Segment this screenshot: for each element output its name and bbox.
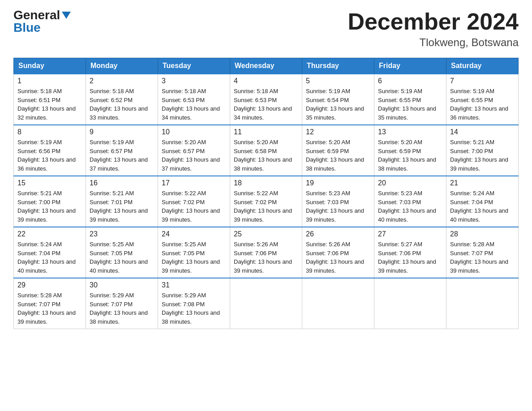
day-number: 15 bbox=[17, 179, 82, 187]
calendar-day-cell: 19 Sunrise: 5:23 AM Sunset: 7:03 PM Dayl… bbox=[302, 176, 374, 227]
logo: General Blue bbox=[13, 9, 71, 34]
calendar-day-cell: 12 Sunrise: 5:20 AM Sunset: 6:59 PM Dayl… bbox=[302, 125, 374, 176]
calendar-day-cell: 31 Sunrise: 5:29 AM Sunset: 7:08 PM Dayl… bbox=[158, 278, 230, 329]
day-info: Sunrise: 5:23 AM Sunset: 7:03 PM Dayligh… bbox=[378, 189, 442, 224]
day-info: Sunrise: 5:19 AM Sunset: 6:57 PM Dayligh… bbox=[90, 138, 154, 173]
page-header: General Blue December 2024 Tlokweng, Bot… bbox=[13, 9, 519, 49]
calendar-table: SundayMondayTuesdayWednesdayThursdayFrid… bbox=[13, 58, 519, 329]
calendar-day-cell: 2 Sunrise: 5:18 AM Sunset: 6:52 PM Dayli… bbox=[86, 74, 158, 125]
day-info: Sunrise: 5:18 AM Sunset: 6:53 PM Dayligh… bbox=[234, 87, 298, 122]
day-info: Sunrise: 5:21 AM Sunset: 7:01 PM Dayligh… bbox=[90, 189, 154, 224]
day-number: 17 bbox=[162, 179, 226, 187]
calendar-day-cell: 1 Sunrise: 5:18 AM Sunset: 6:51 PM Dayli… bbox=[14, 74, 86, 125]
calendar-day-cell: 11 Sunrise: 5:20 AM Sunset: 6:58 PM Dayl… bbox=[230, 125, 302, 176]
day-of-week-header: Sunday bbox=[14, 58, 86, 74]
day-info: Sunrise: 5:22 AM Sunset: 7:02 PM Dayligh… bbox=[234, 189, 298, 224]
day-number: 1 bbox=[17, 77, 82, 85]
calendar-day-cell: 9 Sunrise: 5:19 AM Sunset: 6:57 PM Dayli… bbox=[86, 125, 158, 176]
day-of-week-header: Monday bbox=[86, 58, 158, 74]
day-number: 25 bbox=[234, 230, 298, 238]
day-number: 23 bbox=[90, 230, 154, 238]
day-number: 16 bbox=[90, 179, 154, 187]
day-info: Sunrise: 5:21 AM Sunset: 7:00 PM Dayligh… bbox=[17, 189, 82, 224]
month-title: December 2024 bbox=[348, 9, 519, 34]
calendar-day-cell: 5 Sunrise: 5:19 AM Sunset: 6:54 PM Dayli… bbox=[302, 74, 374, 125]
day-number: 19 bbox=[306, 179, 370, 187]
calendar-day-cell bbox=[374, 278, 446, 329]
calendar-day-cell bbox=[230, 278, 302, 329]
day-info: Sunrise: 5:28 AM Sunset: 7:07 PM Dayligh… bbox=[450, 240, 515, 275]
calendar-week-row: 1 Sunrise: 5:18 AM Sunset: 6:51 PM Dayli… bbox=[14, 74, 519, 125]
day-number: 20 bbox=[378, 179, 442, 187]
day-info: Sunrise: 5:20 AM Sunset: 6:57 PM Dayligh… bbox=[162, 138, 226, 173]
day-info: Sunrise: 5:20 AM Sunset: 6:58 PM Dayligh… bbox=[234, 138, 298, 173]
day-info: Sunrise: 5:24 AM Sunset: 7:04 PM Dayligh… bbox=[450, 189, 515, 224]
day-number: 13 bbox=[378, 128, 442, 136]
calendar-day-cell: 26 Sunrise: 5:26 AM Sunset: 7:06 PM Dayl… bbox=[302, 227, 374, 278]
calendar-day-cell: 10 Sunrise: 5:20 AM Sunset: 6:57 PM Dayl… bbox=[158, 125, 230, 176]
day-info: Sunrise: 5:29 AM Sunset: 7:08 PM Dayligh… bbox=[162, 291, 226, 326]
day-info: Sunrise: 5:18 AM Sunset: 6:51 PM Dayligh… bbox=[17, 87, 82, 122]
day-info: Sunrise: 5:22 AM Sunset: 7:02 PM Dayligh… bbox=[162, 189, 226, 224]
day-number: 2 bbox=[90, 77, 154, 85]
calendar-day-cell: 3 Sunrise: 5:18 AM Sunset: 6:53 PM Dayli… bbox=[158, 74, 230, 125]
day-number: 5 bbox=[306, 77, 370, 85]
day-info: Sunrise: 5:20 AM Sunset: 6:59 PM Dayligh… bbox=[378, 138, 442, 173]
day-number: 27 bbox=[378, 230, 442, 238]
day-info: Sunrise: 5:18 AM Sunset: 6:53 PM Dayligh… bbox=[162, 87, 226, 122]
day-info: Sunrise: 5:26 AM Sunset: 7:06 PM Dayligh… bbox=[234, 240, 298, 275]
day-info: Sunrise: 5:19 AM Sunset: 6:55 PM Dayligh… bbox=[450, 87, 515, 122]
logo-blue-text: Blue bbox=[13, 21, 41, 34]
day-info: Sunrise: 5:18 AM Sunset: 6:52 PM Dayligh… bbox=[90, 87, 154, 122]
day-number: 24 bbox=[162, 230, 226, 238]
day-number: 6 bbox=[378, 77, 442, 85]
day-info: Sunrise: 5:20 AM Sunset: 6:59 PM Dayligh… bbox=[306, 138, 370, 173]
day-info: Sunrise: 5:19 AM Sunset: 6:55 PM Dayligh… bbox=[378, 87, 442, 122]
day-number: 14 bbox=[450, 128, 515, 136]
day-info: Sunrise: 5:25 AM Sunset: 7:05 PM Dayligh… bbox=[90, 240, 154, 275]
title-section: December 2024 Tlokweng, Botswana bbox=[348, 9, 519, 49]
calendar-day-cell: 13 Sunrise: 5:20 AM Sunset: 6:59 PM Dayl… bbox=[374, 125, 446, 176]
calendar-day-cell: 14 Sunrise: 5:21 AM Sunset: 7:00 PM Dayl… bbox=[446, 125, 519, 176]
calendar-day-cell: 24 Sunrise: 5:25 AM Sunset: 7:05 PM Dayl… bbox=[158, 227, 230, 278]
calendar-day-cell: 21 Sunrise: 5:24 AM Sunset: 7:04 PM Dayl… bbox=[446, 176, 519, 227]
day-number: 3 bbox=[162, 77, 226, 85]
calendar-day-cell: 20 Sunrise: 5:23 AM Sunset: 7:03 PM Dayl… bbox=[374, 176, 446, 227]
calendar-week-row: 22 Sunrise: 5:24 AM Sunset: 7:04 PM Dayl… bbox=[14, 227, 519, 278]
day-info: Sunrise: 5:24 AM Sunset: 7:04 PM Dayligh… bbox=[17, 240, 82, 275]
day-number: 28 bbox=[450, 230, 515, 238]
day-number: 8 bbox=[17, 128, 82, 136]
day-info: Sunrise: 5:19 AM Sunset: 6:54 PM Dayligh… bbox=[306, 87, 370, 122]
calendar-day-cell bbox=[446, 278, 519, 329]
day-of-week-header: Friday bbox=[374, 58, 446, 74]
day-info: Sunrise: 5:23 AM Sunset: 7:03 PM Dayligh… bbox=[306, 189, 370, 224]
day-number: 12 bbox=[306, 128, 370, 136]
calendar-week-row: 15 Sunrise: 5:21 AM Sunset: 7:00 PM Dayl… bbox=[14, 176, 519, 227]
logo-general-text: General bbox=[13, 9, 60, 21]
day-number: 31 bbox=[162, 281, 226, 289]
day-number: 9 bbox=[90, 128, 154, 136]
calendar-day-cell: 15 Sunrise: 5:21 AM Sunset: 7:00 PM Dayl… bbox=[14, 176, 86, 227]
calendar-day-cell: 6 Sunrise: 5:19 AM Sunset: 6:55 PM Dayli… bbox=[374, 74, 446, 125]
day-info: Sunrise: 5:26 AM Sunset: 7:06 PM Dayligh… bbox=[306, 240, 370, 275]
calendar-day-cell: 22 Sunrise: 5:24 AM Sunset: 7:04 PM Dayl… bbox=[14, 227, 86, 278]
day-info: Sunrise: 5:21 AM Sunset: 7:00 PM Dayligh… bbox=[450, 138, 515, 173]
calendar-day-cell: 27 Sunrise: 5:27 AM Sunset: 7:06 PM Dayl… bbox=[374, 227, 446, 278]
day-number: 18 bbox=[234, 179, 298, 187]
day-of-week-header: Thursday bbox=[302, 58, 374, 74]
day-number: 7 bbox=[450, 77, 515, 85]
calendar-day-cell bbox=[302, 278, 374, 329]
day-of-week-header: Saturday bbox=[446, 58, 519, 74]
calendar-day-cell: 25 Sunrise: 5:26 AM Sunset: 7:06 PM Dayl… bbox=[230, 227, 302, 278]
calendar-day-cell: 4 Sunrise: 5:18 AM Sunset: 6:53 PM Dayli… bbox=[230, 74, 302, 125]
day-of-week-header: Tuesday bbox=[158, 58, 230, 74]
day-number: 11 bbox=[234, 128, 298, 136]
day-number: 10 bbox=[162, 128, 226, 136]
calendar-week-row: 29 Sunrise: 5:28 AM Sunset: 7:07 PM Dayl… bbox=[14, 278, 519, 329]
calendar-day-cell: 18 Sunrise: 5:22 AM Sunset: 7:02 PM Dayl… bbox=[230, 176, 302, 227]
calendar-day-cell: 29 Sunrise: 5:28 AM Sunset: 7:07 PM Dayl… bbox=[14, 278, 86, 329]
days-header-row: SundayMondayTuesdayWednesdayThursdayFrid… bbox=[14, 58, 519, 74]
calendar-day-cell: 23 Sunrise: 5:25 AM Sunset: 7:05 PM Dayl… bbox=[86, 227, 158, 278]
calendar-day-cell: 16 Sunrise: 5:21 AM Sunset: 7:01 PM Dayl… bbox=[86, 176, 158, 227]
calendar-day-cell: 8 Sunrise: 5:19 AM Sunset: 6:56 PM Dayli… bbox=[14, 125, 86, 176]
